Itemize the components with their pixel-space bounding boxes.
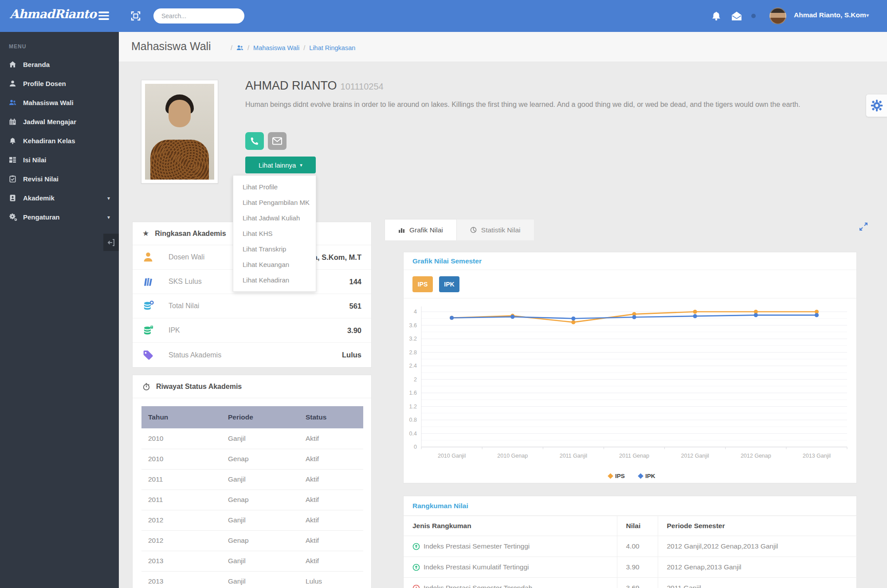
dropdown-item-lihat-profile[interactable]: Lihat Profile <box>233 179 316 195</box>
column-header: Periode Semester <box>658 516 857 536</box>
tab-label: Statistik Nilai <box>481 226 521 234</box>
caret-down-icon: ▾ <box>107 195 110 201</box>
dropdown-item-lihat-kehadiran[interactable]: Lihat Kehadiran <box>233 272 316 288</box>
ringkasan-label: Total Nilai <box>169 302 199 310</box>
arrow-up-circle-green-icon <box>412 564 420 571</box>
hamburger-icon[interactable] <box>98 12 109 20</box>
users-icon[interactable] <box>236 44 243 51</box>
breadcrumb-separator: / <box>231 44 232 51</box>
status-dot <box>751 14 756 18</box>
dropdown-item-lihat-transkrip[interactable]: Lihat Transkrip <box>233 241 316 257</box>
avatar[interactable] <box>769 8 786 24</box>
tag-purple-icon <box>142 349 154 361</box>
caret-down-icon[interactable]: ▾ <box>866 12 869 19</box>
sidebar-item-mahasiswa-wali[interactable]: Mahasiswa Wali <box>0 93 119 112</box>
dropdown-item-lihat-jadwal-kuliah[interactable]: Lihat Jadwal Kuliah <box>233 210 316 226</box>
fullscreen-icon[interactable] <box>130 11 141 21</box>
rangkuman-jenis: Indeks Prestasi Semester Tertinggi <box>424 542 530 550</box>
gears-icon <box>9 213 16 221</box>
sidebar-item-beranda[interactable]: Beranda <box>0 55 119 74</box>
phone-button[interactable] <box>245 132 264 150</box>
dropdown-item-lihat-khs[interactable]: Lihat KHS <box>233 226 316 241</box>
line-chart: 00.40.81.21.622.42.83.23.642010 Ganjil20… <box>404 298 856 484</box>
table-cell: Ganjil <box>221 428 299 449</box>
table-header-row: Jenis Rangkuman Nilai Periode Semester <box>404 516 857 536</box>
table-row: 2012GanjilAktif <box>141 510 363 530</box>
svg-text:3.2: 3.2 <box>409 336 417 342</box>
profile-name: AHMAD RIANTO101110254 <box>245 79 384 93</box>
table-cell: Aktif <box>299 449 363 469</box>
sidebar-item-label: Jadwal Mengajar <box>23 118 76 125</box>
column-header: Status <box>299 406 363 428</box>
sidebar-item-profile-dosen[interactable]: Profile Dosen <box>0 74 119 93</box>
breadcrumb-link-lihat-ringkasan[interactable]: Lihat Ringkasan <box>309 44 355 51</box>
mail-open-icon[interactable] <box>731 11 742 21</box>
sidebar-item-revisi-nilai[interactable]: Revisi Nilai <box>0 169 119 188</box>
ringkasan-row-ipk: IPK 3.90 <box>133 318 371 343</box>
sidebar-item-kehadiran-kelas[interactable]: Kehadiran Kelas <box>0 131 119 150</box>
ips-toggle-button[interactable]: IPS <box>412 276 433 292</box>
riwayat-title: Riwayat Status Akademis <box>156 383 242 391</box>
gear-icon <box>870 99 883 112</box>
sidebar-item-label: Akademik <box>23 194 55 202</box>
table-cell: Genap <box>221 530 299 551</box>
table-cell: Aktif <box>299 490 363 510</box>
ringkasan-label: SKS Lulus <box>169 278 202 286</box>
table-cell: 2011 Ganjil <box>658 578 857 588</box>
search-input[interactable] <box>153 8 244 24</box>
svg-text:2011 Ganjil: 2011 Ganjil <box>560 453 587 459</box>
email-button[interactable] <box>268 132 287 150</box>
svg-text:IPK: IPK <box>645 473 655 479</box>
sidebar-item-pengaturan[interactable]: Pengaturan ▾ <box>0 208 119 227</box>
bell-icon[interactable] <box>711 11 722 21</box>
lihat-lainnya-dropdown: Lihat Profile Lihat Pengambilan MK Lihat… <box>233 175 316 292</box>
tab-grafik-nilai[interactable]: Grafik Nilai <box>385 219 457 240</box>
column-header: Jenis Rangkuman <box>404 516 617 536</box>
sidebar-item-akademik[interactable]: Akademik ▾ <box>0 188 119 208</box>
pie-chart-icon <box>470 227 477 233</box>
rangkuman-jenis: Indeks Prestasi Kumulatif Tertinggi <box>424 563 529 571</box>
breadcrumb-link-mahasiswa-wali[interactable]: Mahasiswa Wali <box>253 44 299 51</box>
content-header: Mahasiswa Wali / / Mahasiswa Wali / Liha… <box>119 32 887 62</box>
ringkasan-value: Lulus <box>342 351 361 359</box>
sidebar: MENU Beranda Profile Dosen Mahasiswa Wal… <box>0 32 119 588</box>
nilai-tabs: Grafik Nilai Statistik Nilai <box>385 219 534 240</box>
student-nim: 101110254 <box>341 82 384 91</box>
column-header: Nilai <box>617 516 658 536</box>
stopwatch-icon <box>142 383 150 391</box>
rangkuman-nilai-card: Rangkuman Nilai Jenis Rangkuman Nilai Pe… <box>403 496 857 588</box>
settings-gear-button[interactable] <box>866 94 887 117</box>
ringkasan-value: 144 <box>349 278 361 286</box>
sidebar-collapse-button[interactable] <box>103 234 119 251</box>
database-green-icon <box>142 325 154 336</box>
table-cell: Aktif <box>299 428 363 449</box>
user-icon <box>9 80 16 87</box>
lihat-lainnya-button[interactable]: Lihat lainnya ▾ <box>245 157 316 173</box>
table-row: 2013GanjilAktif <box>141 551 363 571</box>
table-cell: Indeks Prestasi Kumulatif Tertinggi <box>404 557 617 578</box>
ipk-toggle-button[interactable]: IPK <box>439 276 459 292</box>
svg-text:2013 Ganjil: 2013 Ganjil <box>803 453 831 459</box>
database-cyan-icon <box>142 300 154 312</box>
table-cell: 2010 <box>141 428 221 449</box>
table-cell: Indeks Prestasi Semester Terendah <box>404 578 617 588</box>
table-cell: 2013 <box>141 571 221 588</box>
sidebar-item-isi-nilai[interactable]: Isi Nilai <box>0 150 119 169</box>
menu-section-label: MENU <box>9 43 26 50</box>
arrow-down-circle-red-icon <box>412 584 420 588</box>
table-cell: 2012 <box>141 510 221 530</box>
table-row: Indeks Prestasi Semester Tertinggi 4.00 … <box>404 536 857 557</box>
dropdown-item-lihat-keuangan[interactable]: Lihat Keuangan <box>233 257 316 272</box>
dropdown-item-lihat-pengambilan-mk[interactable]: Lihat Pengambilan MK <box>233 195 316 210</box>
table-row: 2010GenapAktif <box>141 449 363 469</box>
app-logo[interactable]: AhmadRianto <box>10 7 94 21</box>
sidebar-item-jadwal-mengajar[interactable]: Jadwal Mengajar <box>0 112 119 131</box>
tab-statistik-nilai[interactable]: Statistik Nilai <box>457 219 534 240</box>
table-cell: Aktif <box>299 510 363 530</box>
ringkasan-value: 3.90 <box>347 326 361 335</box>
svg-text:2012 Ganjil: 2012 Ganjil <box>681 453 709 459</box>
expand-icon[interactable] <box>859 222 868 231</box>
table-cell: 2011 <box>141 490 221 510</box>
topbar-username[interactable]: Ahmad Rianto, S.Kom <box>794 11 866 19</box>
calendar-icon <box>9 118 16 125</box>
